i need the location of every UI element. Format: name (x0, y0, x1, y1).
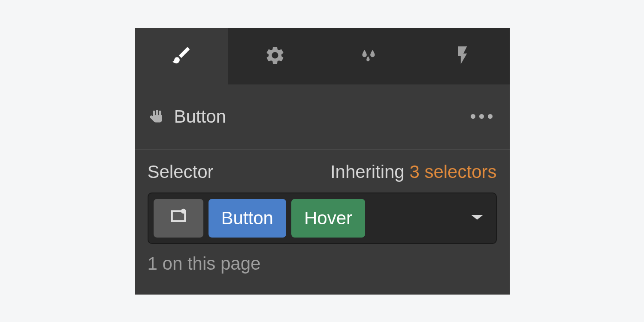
inheriting-text: Inheriting 3 selectors (330, 162, 497, 182)
selector-element-icon-button[interactable] (154, 199, 203, 238)
element-row: Button (135, 84, 510, 150)
inheriting-label: Inheriting (330, 162, 405, 182)
page-count-text: 1 on this page (148, 253, 497, 274)
brush-icon (171, 45, 192, 68)
dot-icon (479, 114, 484, 119)
selector-dropdown-button[interactable] (470, 213, 484, 223)
selector-tag-hover[interactable]: Hover (291, 199, 365, 238)
tab-effects[interactable] (322, 28, 416, 84)
gear-icon (264, 45, 286, 68)
selector-input[interactable]: Button Hover (148, 193, 497, 244)
droplets-icon (358, 45, 380, 68)
style-panel: Button Selector Inheriting 3 selectors B… (135, 28, 510, 295)
selector-section: Selector Inheriting 3 selectors Button H… (135, 150, 510, 283)
selector-tag-button[interactable]: Button (209, 199, 286, 238)
tab-style[interactable] (135, 28, 229, 84)
dot-icon (471, 114, 475, 119)
panel-tabs (135, 28, 510, 84)
selector-label: Selector (148, 162, 214, 182)
chevron-down-icon (470, 216, 484, 223)
tab-interactions[interactable] (416, 28, 510, 84)
dot-icon (488, 114, 493, 119)
tab-settings[interactable] (228, 28, 322, 84)
more-options-button[interactable] (466, 110, 497, 123)
lightning-icon (452, 45, 473, 68)
selector-header: Selector Inheriting 3 selectors (148, 162, 497, 182)
pointer-icon (148, 107, 166, 126)
element-box-icon (169, 206, 188, 230)
element-name: Button (174, 106, 466, 127)
inheriting-count-link[interactable]: 3 selectors (409, 162, 496, 182)
